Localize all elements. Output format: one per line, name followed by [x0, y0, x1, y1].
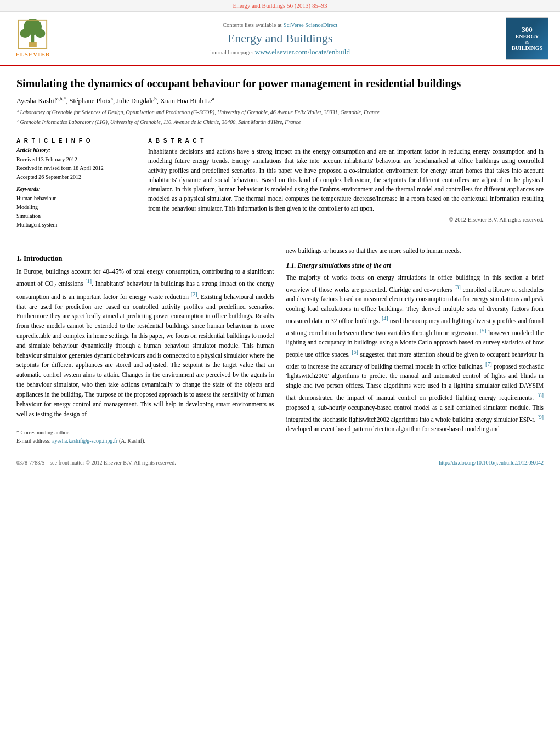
body-left-column: 1. Introduction In Europe, buildings acc… [16, 246, 274, 445]
page-footer: 0378-7788/$ – see front matter © 2012 El… [0, 456, 560, 469]
cite-8[interactable]: [8] [537, 392, 544, 398]
page: Energy and Buildings 56 (2013) 85–93 ELS… [0, 0, 560, 741]
footnote-section: * Corresponding author. E-mail address: … [16, 425, 274, 445]
svg-rect-1 [31, 35, 35, 43]
footnote-email: E-mail address: ayesha.kashif@g-scop.inp… [16, 437, 274, 445]
homepage-link[interactable]: www.elsevier.com/locate/enbuild [255, 48, 350, 56]
article-info-label: A R T I C L E I N F O [16, 138, 137, 144]
keyword-2: Modeling [16, 203, 137, 212]
cite-9[interactable]: [9] [537, 414, 544, 420]
section1-title: 1. Introduction [16, 254, 274, 263]
svg-rect-0 [29, 42, 37, 47]
keyword-3: Simulation [16, 212, 137, 220]
elsevier-logo: ELSEVIER [15, 19, 50, 58]
abstract-label: A B S T R A C T [148, 138, 544, 144]
cite-3[interactable]: [3] [454, 284, 461, 290]
journal-ref: Energy and Buildings 56 (2013) 85–93 [233, 2, 327, 9]
received-date: Received 13 February 2012 [16, 155, 137, 164]
keyword-4: Multiagent system [16, 220, 137, 229]
copyright-line: © 2012 Elsevier B.V. All rights reserved… [148, 217, 544, 223]
affiliation-b: ᵇ Grenoble Informatics Laboratory (LIG),… [16, 118, 544, 126]
footer-issn: 0378-7788/$ – see front matter © 2012 El… [16, 460, 176, 466]
cite-5[interactable]: [5] [480, 327, 487, 333]
divider-after-affiliations [16, 132, 544, 132]
article-history-label: Article history: [16, 147, 137, 153]
intro-para1: In Europe, buildings account for 40–45% … [16, 267, 274, 419]
cite-7[interactable]: [7] [485, 361, 492, 367]
cite-4[interactable]: [4] [382, 315, 388, 321]
eb-logo-container: 300 ENERGY & BUILDINGS [502, 17, 552, 60]
article-info-abstract: A R T I C L E I N F O Article history: R… [16, 138, 544, 229]
svg-point-3 [20, 29, 30, 38]
journal-title-area: Contents lists available at SciVerse Sci… [63, 17, 497, 60]
elsevier-tree-icon [18, 19, 48, 49]
accepted-date: Accepted 26 September 2012 [16, 173, 137, 182]
eb-logo: 300 ENERGY & BUILDINGS [506, 17, 548, 60]
footnote-star: * Corresponding author. [16, 428, 274, 437]
body-two-columns: 1. Introduction In Europe, buildings acc… [16, 246, 544, 445]
journal-ref-bar: Energy and Buildings 56 (2013) 85–93 [0, 0, 560, 12]
svg-point-4 [36, 29, 46, 38]
journal-title: Energy and Buildings [228, 31, 332, 46]
footnote-email-link[interactable]: ayesha.kashif@g-scop.inpg.fr [52, 438, 117, 444]
authors-line: Ayesha Kashifa,b,*, Stéphane Ploixa, Jul… [16, 96, 544, 105]
main-body: 1. Introduction In Europe, buildings acc… [0, 241, 560, 456]
sciverse-link[interactable]: SciVerse ScienceDirect [284, 22, 337, 28]
abstract-column: A B S T R A C T Inhabitant's decisions a… [148, 138, 544, 229]
cite-6[interactable]: [6] [352, 349, 358, 355]
divider-after-abstract [16, 235, 544, 235]
keyword-1: Human behaviour [16, 194, 137, 203]
cite-2[interactable]: [2] [191, 291, 197, 297]
cite-1[interactable]: [1] [85, 278, 92, 284]
keywords-label: Keywords: [16, 186, 137, 192]
elsevier-logo-container: ELSEVIER [8, 17, 58, 60]
homepage-line: journal homepage: www.elsevier.com/locat… [210, 48, 350, 56]
body-right-column: new buildings or houses so that they are… [286, 246, 544, 445]
intro-para1-continued: new buildings or houses so that they are… [286, 246, 544, 256]
sciverse-line: Contents lists available at SciVerse Sci… [223, 20, 337, 29]
article-container: Simulating the dynamics of occupant beha… [0, 66, 560, 235]
footer-doi-link[interactable]: http://dx.doi.org/10.1016/j.enbuild.2012… [439, 460, 544, 466]
abstract-text: Inhabitant's decisions and actions have … [148, 147, 544, 213]
subsection1-1-title: 1.1. Energy simulations state of the art [286, 262, 544, 270]
subsection-para1: The majority of works focus on energy si… [286, 273, 544, 434]
affiliation-a: ᵃ Laboratory of Grenoble for Sciences of… [16, 109, 544, 116]
received-revised-date: Received in revised form 18 April 2012 [16, 164, 137, 173]
article-title: Simulating the dynamics of occupant beha… [16, 76, 544, 90]
elsevier-brand-text: ELSEVIER [15, 51, 50, 58]
article-info-column: A R T I C L E I N F O Article history: R… [16, 138, 137, 229]
journal-header: ELSEVIER Contents lists available at Sci… [0, 12, 560, 66]
